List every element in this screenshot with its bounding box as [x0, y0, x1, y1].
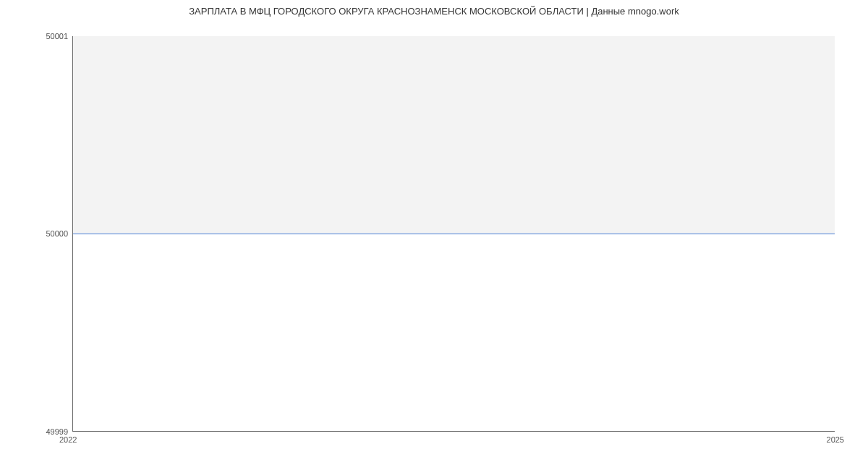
- data-line: [73, 234, 835, 234]
- plot-area: [72, 36, 835, 432]
- chart-title: ЗАРПЛАТА В МФЦ ГОРОДСКОГО ОКРУГА КРАСНОЗ…: [0, 6, 868, 17]
- y-tick-max: 50001: [32, 32, 68, 40]
- x-tick-end: 2025: [827, 435, 844, 444]
- y-tick-mid: 50000: [32, 229, 68, 238]
- x-tick-start: 2022: [59, 435, 77, 444]
- area-fill: [73, 36, 835, 234]
